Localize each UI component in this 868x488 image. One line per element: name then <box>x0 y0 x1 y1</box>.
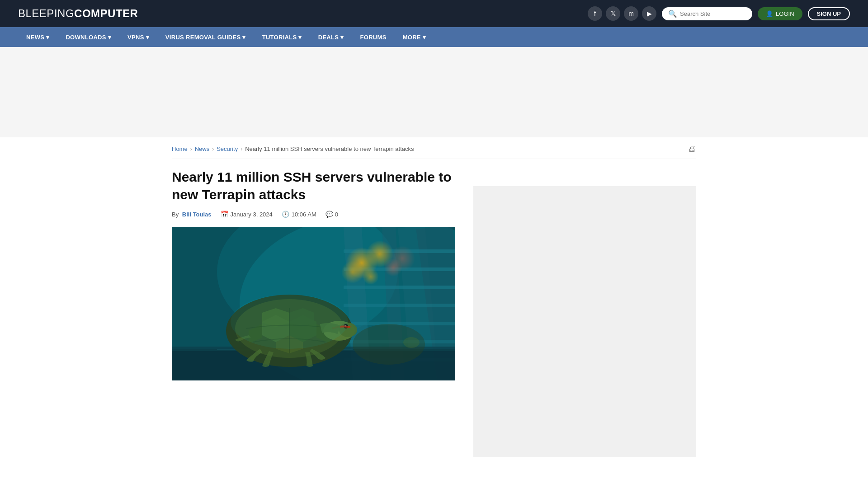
breadcrumb-home[interactable]: Home <box>172 145 188 152</box>
article-time: 10:06 AM <box>292 211 316 218</box>
comment-icon: 💬 <box>326 211 333 218</box>
time-meta: 🕐 10:06 AM <box>282 211 316 218</box>
signup-label: SIGN UP <box>817 10 841 17</box>
twitter-icon[interactable]: 𝕏 <box>606 6 620 21</box>
user-icon: 👤 <box>766 10 773 17</box>
content-wrapper: Home › News › Security › Nearly 11 milli… <box>163 137 705 457</box>
nav-deals[interactable]: DEALS ▾ <box>310 27 352 47</box>
article-date: January 3, 2024 <box>231 211 273 218</box>
login-label: LOGIN <box>776 10 794 17</box>
sidebar-column <box>473 159 696 457</box>
breadcrumb-security[interactable]: Security <box>217 145 238 152</box>
calendar-icon: 📅 <box>221 211 228 218</box>
breadcrumb: Home › News › Security › Nearly 11 milli… <box>172 137 696 159</box>
nav-vpns[interactable]: VPNS ▾ <box>119 27 157 47</box>
article-title: Nearly 11 million SSH servers vulnerable… <box>172 168 455 203</box>
comment-count: 0 <box>335 211 338 218</box>
nav-forums[interactable]: FORUMS <box>352 27 394 47</box>
social-icons: f 𝕏 m ▶ <box>588 6 656 21</box>
breadcrumb-sep-2: › <box>212 146 214 152</box>
logo-light-text: BLEEPING <box>18 7 74 19</box>
breadcrumb-news[interactable]: News <box>195 145 210 152</box>
nav-vpns-label: VPNS ▾ <box>127 34 149 41</box>
breadcrumb-sep-1: › <box>190 146 192 152</box>
search-box[interactable]: 🔍 <box>662 7 752 20</box>
comment-meta: 💬 0 <box>326 211 338 218</box>
signup-button[interactable]: SIGN UP <box>808 7 850 20</box>
nav-virus-label: VIRUS REMOVAL GUIDES ▾ <box>165 34 246 41</box>
clock-icon: 🕐 <box>282 211 289 218</box>
nav-tutorials[interactable]: TUTORIALS ▾ <box>254 27 310 47</box>
site-logo[interactable]: BLEEPINGCOMPUTER <box>18 7 138 20</box>
nav-forums-label: FORUMS <box>360 34 386 41</box>
article-column: Nearly 11 million SSH servers vulnerable… <box>172 159 455 457</box>
nav-news[interactable]: NEWS ▾ <box>18 27 57 47</box>
sidebar-advertisement <box>473 186 696 457</box>
date-meta: 📅 January 3, 2024 <box>221 211 273 218</box>
print-icon[interactable]: 🖨 <box>688 144 696 154</box>
main-nav: NEWS ▾ DOWNLOADS ▾ VPNS ▾ VIRUS REMOVAL … <box>0 27 868 47</box>
facebook-icon[interactable]: f <box>588 6 602 21</box>
search-icon: 🔍 <box>668 9 677 18</box>
ad-banner <box>0 47 868 137</box>
header-right: f 𝕏 m ▶ 🔍 👤 LOGIN SIGN UP <box>588 6 850 21</box>
mastodon-icon[interactable]: m <box>624 6 638 21</box>
by-text: By <box>172 211 179 218</box>
author-link[interactable]: Bill Toulas <box>182 211 212 218</box>
article-image <box>172 227 455 380</box>
nav-tutorials-label: TUTORIALS ▾ <box>262 34 302 41</box>
breadcrumb-current: Nearly 11 million SSH servers vulnerable… <box>245 145 414 152</box>
nav-deals-label: DEALS ▾ <box>318 34 344 41</box>
nav-more[interactable]: MORE ▾ <box>395 27 434 47</box>
nav-news-label: NEWS ▾ <box>26 34 49 41</box>
nav-more-label: MORE ▾ <box>403 34 426 41</box>
search-input[interactable] <box>680 10 746 17</box>
page-layout: Nearly 11 million SSH servers vulnerable… <box>172 159 696 457</box>
nav-virus[interactable]: VIRUS REMOVAL GUIDES ▾ <box>157 27 254 47</box>
nav-downloads-label: DOWNLOADS ▾ <box>66 34 111 41</box>
site-header: BLEEPINGCOMPUTER f 𝕏 m ▶ 🔍 👤 LOGIN SIGN … <box>0 0 868 27</box>
youtube-icon[interactable]: ▶ <box>642 6 656 21</box>
nav-downloads[interactable]: DOWNLOADS ▾ <box>57 27 119 47</box>
svg-rect-33 <box>172 227 455 380</box>
breadcrumb-sep-3: › <box>241 146 242 152</box>
login-button[interactable]: 👤 LOGIN <box>758 7 802 20</box>
logo-bold-text: COMPUTER <box>74 7 138 19</box>
by-label: By Bill Toulas <box>172 211 212 218</box>
article-meta: By Bill Toulas 📅 January 3, 2024 🕐 10:06… <box>172 211 455 218</box>
